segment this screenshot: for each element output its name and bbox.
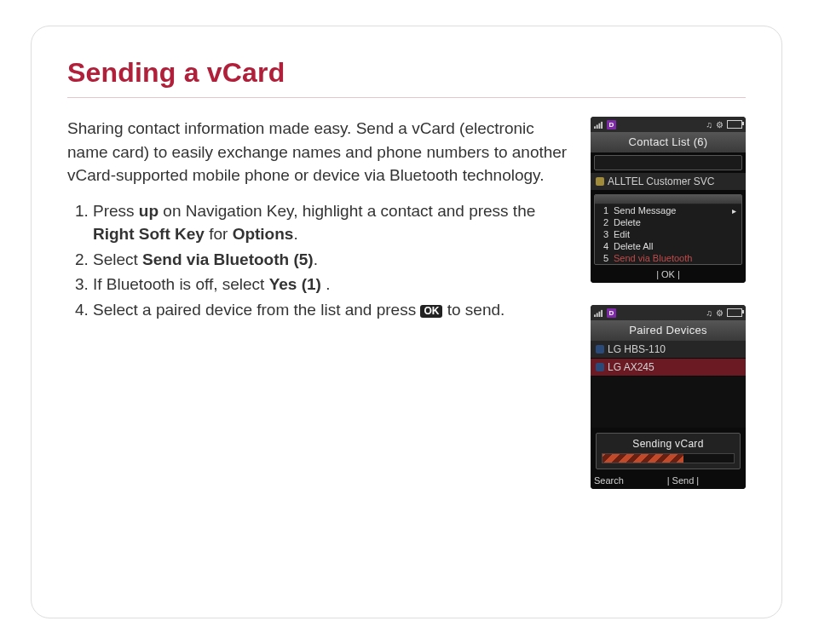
svg-rect-2 [599,123,601,128]
phone-search-field [594,155,742,170]
soft-key-left: Search [594,475,624,486]
headset-icon [596,345,604,354]
page-title: Sending a vCard [67,57,746,89]
menu-item-delete: 2Delete [595,216,741,228]
svg-rect-1 [597,124,598,129]
menu-item-delete-all: 4Delete All [595,240,741,252]
device-row-label: LG HBS-110 [608,343,666,355]
svg-rect-5 [597,313,598,317]
ok-badge-icon: OK [420,305,442,318]
progress-bar-fill [603,454,683,463]
svg-rect-7 [601,309,603,316]
sound-icon [706,308,713,318]
menu-item-edit: 3Edit [595,228,741,240]
phone-body-empty [591,377,746,428]
page: Sending a vCard Sharing contact informat… [0,0,813,644]
status-bar-right [706,308,743,318]
device-row-selected: LG AX245 [591,359,746,377]
data-icon: D [607,308,616,318]
soft-key-bar: Search | Send | [591,473,746,489]
svg-rect-0 [594,126,596,129]
settings-icon [716,120,724,129]
step-2-text-c: . [314,250,318,268]
phone-header: Contact List (6) [591,132,746,152]
step-4: Select a paired device from the list and… [93,298,568,322]
step-3-bold: Yes (1) [269,275,321,293]
phone-header: Paired Devices [591,320,746,341]
phone-icon [596,363,604,371]
step-1-bold-rsk: Right Soft Key [93,225,205,243]
contact-row-label: ALLTEL Customer SVC [608,175,714,187]
status-bar: D [591,305,746,320]
svg-rect-6 [599,311,601,316]
contact-icon [596,177,604,186]
step-1: Press up on Navigation Key, highlight a … [93,199,568,246]
step-4-text-a: Select a paired device from the list and… [93,301,420,319]
soft-key-center: OK [661,269,675,279]
phone-screenshots-column: D Contact List (6) ALLTEL Customer SVC [591,117,746,489]
contact-row: ALLTEL Customer SVC [591,173,746,191]
battery-icon [727,120,742,129]
status-bar-left: D [594,120,616,129]
status-bar-left: D [594,308,616,318]
menu-item-label: Delete [614,217,641,227]
chevron-right-icon: ▸ [732,206,736,216]
menu-item-label: Edit [614,229,630,239]
intro-paragraph: Sharing contact information made easy. S… [67,117,568,187]
step-1-bold-up: up [139,202,159,220]
step-3: If Bluetooth is off, select Yes (1) . [93,273,568,296]
svg-rect-4 [594,314,596,317]
step-2-text-a: Select [93,250,142,268]
step-1-bold-options: Options [233,225,294,243]
menu-item-label: Delete All [614,241,653,251]
options-menu: 1Send Message▸ 2Delete 3Edit 4Delete All… [594,194,742,265]
menu-item-label: Send Message [614,205,676,216]
options-menu-header [595,195,741,204]
battery-icon [727,308,742,317]
progress-bar [602,453,735,463]
sound-icon [706,120,713,129]
device-row: LG HBS-110 [591,341,746,359]
settings-icon [716,308,724,318]
step-2: Select Send via Bluetooth (5). [93,248,568,272]
title-divider [67,97,746,98]
content-row: Sharing contact information made easy. S… [67,117,746,489]
phone-screenshot-paired-devices: D Paired Devices LG HBS-110 [591,305,746,489]
step-1-text-a: Press [93,202,139,220]
progress-dialog: Sending vCard [596,433,741,469]
signal-icon [594,309,603,317]
signal-icon [594,121,603,129]
step-1-text-g: . [293,225,297,243]
text-column: Sharing contact information made easy. S… [67,117,568,323]
step-3-text-c: . [321,275,331,293]
data-icon: D [607,120,616,129]
step-1-text-c: on Navigation Key, highlight a contact a… [159,202,535,220]
step-2-bold: Send via Bluetooth (5) [142,250,314,268]
phone-screenshot-contact-list: D Contact List (6) ALLTEL Customer SVC [591,117,746,283]
step-3-text-a: If Bluetooth is off, select [93,275,269,293]
progress-label: Sending vCard [602,438,735,450]
svg-rect-3 [601,121,603,128]
step-1-text-e: for [205,225,233,243]
menu-item-label: Send via Bluetooth [614,253,692,263]
soft-key-bar: | OK | [591,267,746,283]
step-4-text-b: to send. [442,301,505,319]
soft-key-center: Send [672,475,695,486]
device-row-label: LG AX245 [608,361,654,373]
status-bar-right [706,120,743,129]
steps-list: Press up on Navigation Key, highlight a … [67,199,568,322]
menu-item-send-via-bluetooth: 5Send via Bluetooth [595,252,741,264]
document-card: Sending a vCard Sharing contact informat… [31,26,782,618]
status-bar: D [591,117,746,132]
menu-item-send-message: 1Send Message▸ [595,204,741,216]
